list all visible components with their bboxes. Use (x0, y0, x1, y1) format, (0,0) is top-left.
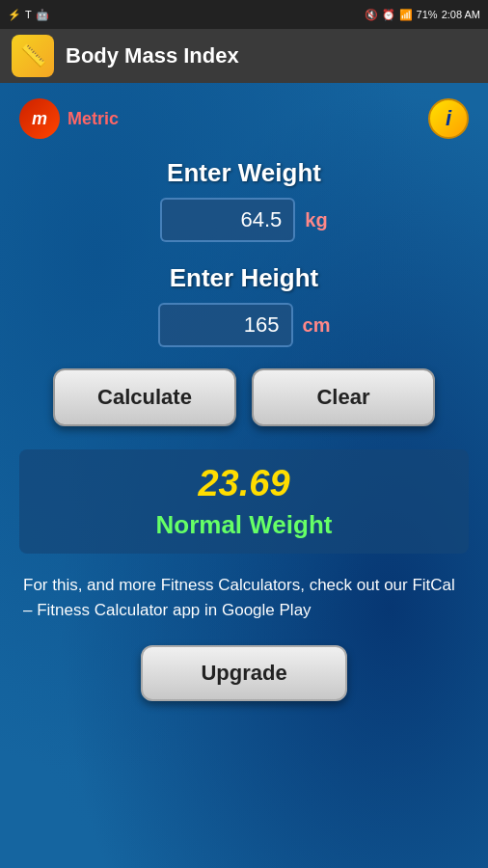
mute-icon: 🔇 (365, 9, 378, 21)
main-content: m Metric i Enter Weight kg Enter Height … (0, 83, 488, 717)
metric-button[interactable]: m Metric (19, 98, 119, 139)
weight-label: Enter Weight (160, 158, 327, 188)
clear-button[interactable]: Clear (252, 368, 435, 426)
height-label: Enter Height (158, 263, 331, 293)
height-section: Enter Height cm (158, 263, 331, 368)
usb-icon: ⚡ (8, 9, 21, 21)
bmi-status: Normal Weight (39, 510, 449, 540)
status-right-info: 🔇 ⏰ 📶 71% 2:08 AM (365, 9, 480, 21)
height-unit: cm (303, 314, 331, 337)
info-button[interactable]: i (428, 98, 469, 139)
action-buttons-row: Calculate Clear (19, 368, 469, 426)
result-box: 23.69 Normal Weight (19, 449, 469, 554)
weight-input[interactable] (160, 198, 295, 242)
status-left-icons: ⚡ T 🤖 (8, 9, 49, 21)
bmi-value: 23.69 (39, 463, 449, 504)
info-symbol: i (446, 106, 451, 131)
tape-measure-icon: 📏 (20, 43, 46, 68)
top-row: m Metric i (19, 98, 469, 139)
carrier-icon: T (25, 9, 32, 20)
status-bar: ⚡ T 🤖 🔇 ⏰ 📶 71% 2:08 AM (0, 0, 488, 29)
weight-unit: kg (305, 209, 327, 231)
metric-letter: m (32, 109, 47, 129)
upgrade-button[interactable]: Upgrade (141, 645, 346, 701)
calculate-button[interactable]: Calculate (53, 368, 236, 426)
height-input-row: cm (158, 303, 331, 347)
time-display: 2:08 AM (442, 9, 480, 20)
title-bar: 📏 Body Mass Index (0, 29, 488, 83)
alarm-icon: ⏰ (382, 9, 395, 21)
avatar-icon: 🤖 (36, 9, 49, 21)
weight-input-row: kg (160, 198, 327, 242)
metric-label: Metric (68, 109, 119, 129)
app-icon: 📏 (12, 35, 54, 77)
page-title: Body Mass Index (66, 43, 239, 68)
metric-oval: m (19, 98, 60, 139)
weight-section: Enter Weight kg (160, 158, 327, 263)
signal-icon: 📶 (399, 9, 413, 21)
height-input[interactable] (158, 303, 293, 347)
promo-text: For this, and more Fitness Calculators, … (19, 573, 469, 622)
battery-level: 71% (417, 9, 438, 20)
